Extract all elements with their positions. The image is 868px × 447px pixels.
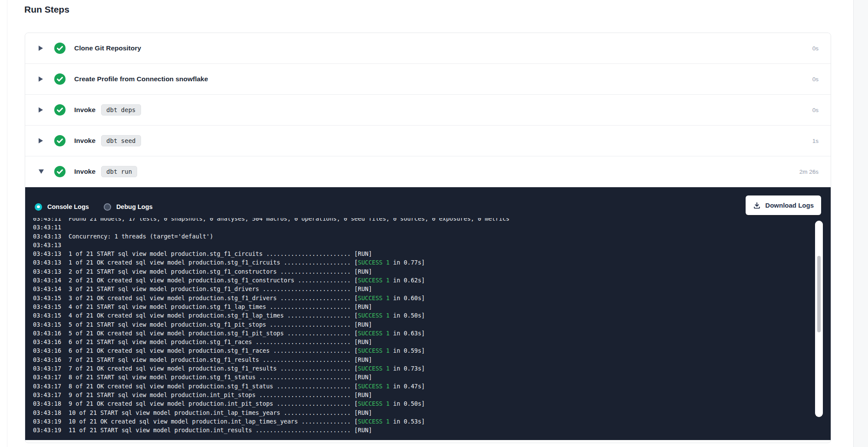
log-timestamp: 03:43:14 bbox=[33, 277, 61, 284]
log-line: 03:43:154 of 21 START sql view model pro… bbox=[33, 302, 812, 311]
step-row-create-profile[interactable]: Create Profile from Connection snowflake… bbox=[25, 64, 831, 95]
log-timestamp: 03:43:17 bbox=[33, 391, 61, 398]
log-timestamp: 03:43:17 bbox=[33, 374, 61, 381]
expand-caret-icon[interactable] bbox=[39, 138, 45, 143]
log-line: 03:43:155 of 21 START sql view model pro… bbox=[33, 320, 812, 329]
log-message: 6 of 21 OK created sql view model produc… bbox=[69, 347, 425, 354]
log-timestamp: 03:43:15 bbox=[33, 303, 61, 310]
log-line: 03:43:131 of 21 START sql view model pro… bbox=[33, 249, 812, 258]
step-duration: 1s bbox=[812, 138, 819, 144]
success-check-icon bbox=[54, 73, 66, 85]
console-logs-label: Console Logs bbox=[47, 203, 89, 210]
log-message: 10 of 21 START sql view model production… bbox=[69, 409, 372, 416]
log-message: 7 of 21 START sql view model production.… bbox=[69, 356, 372, 363]
log-timestamp: 03:43:11 bbox=[33, 224, 61, 231]
step-row-invoke-dbt-seed[interactable]: Invoke dbt seed 1s bbox=[25, 126, 831, 156]
console-log-viewport[interactable]: 03:43:11Found 21 models, 17 tests, 0 sna… bbox=[33, 218, 812, 439]
step-row-clone-git-repository[interactable]: Clone Git Repository 0s bbox=[25, 33, 831, 64]
console-panel: Console Logs Debug Logs Download Logs 03… bbox=[25, 187, 831, 440]
log-timestamp: 03:43:15 bbox=[33, 321, 61, 328]
log-timestamp: 03:43:11 bbox=[33, 218, 61, 222]
download-logs-label: Download Logs bbox=[765, 202, 814, 209]
step-row-invoke-dbt-run[interactable]: Invoke dbt run 2m 26s bbox=[25, 156, 831, 187]
log-line: 03:43:189 of 21 OK created sql view mode… bbox=[33, 399, 812, 408]
debug-logs-label: Debug Logs bbox=[116, 203, 153, 210]
log-timestamp: 03:43:17 bbox=[33, 383, 61, 390]
log-line: 03:43:1911 of 21 START sql view model pr… bbox=[33, 426, 812, 434]
log-message: 3 of 21 OK created sql view model produc… bbox=[69, 295, 425, 301]
log-line: 03:43:13 bbox=[33, 241, 812, 249]
log-line: 03:43:166 of 21 OK created sql view mode… bbox=[33, 346, 812, 355]
log-line: 03:43:177 of 21 OK created sql view mode… bbox=[33, 364, 812, 373]
log-line: 03:43:165 of 21 OK created sql view mode… bbox=[33, 329, 812, 338]
log-timestamp: 03:43:16 bbox=[33, 347, 61, 354]
console-logs-radio[interactable]: Console Logs bbox=[35, 203, 89, 211]
log-message: 6 of 21 START sql view model production.… bbox=[69, 338, 372, 345]
step-title: Invoke bbox=[74, 168, 95, 175]
run-steps-card: Clone Git Repository 0s Create Profile f… bbox=[25, 33, 831, 443]
log-timestamp: 03:43:18 bbox=[33, 400, 61, 407]
log-line: 03:43:166 of 21 START sql view model pro… bbox=[33, 338, 812, 346]
radio-unselected-icon[interactable] bbox=[104, 203, 111, 211]
console-log-lines: 03:43:11Found 21 models, 17 tests, 0 sna… bbox=[33, 218, 812, 434]
log-timestamp: 03:43:16 bbox=[33, 338, 61, 345]
log-line: 03:43:1910 of 21 OK created sql view mod… bbox=[33, 417, 812, 426]
success-check-icon bbox=[54, 43, 66, 54]
step-title: Invoke bbox=[74, 137, 95, 145]
log-line: 03:43:131 of 21 OK created sql view mode… bbox=[33, 258, 812, 267]
step-duration: 0s bbox=[812, 45, 819, 52]
log-timestamp: 03:43:16 bbox=[33, 330, 61, 337]
log-line: 03:43:13Concurrency: 1 threads (target='… bbox=[33, 232, 812, 241]
log-timestamp: 03:43:15 bbox=[33, 312, 61, 319]
log-line: 03:43:154 of 21 OK created sql view mode… bbox=[33, 311, 812, 320]
log-timestamp: 03:43:19 bbox=[33, 427, 61, 434]
log-message: 1 of 21 OK created sql view model produc… bbox=[69, 259, 425, 266]
log-message: 3 of 21 START sql view model production.… bbox=[69, 285, 372, 292]
log-timestamp: 03:43:17 bbox=[33, 365, 61, 372]
log-timestamp: 03:43:19 bbox=[33, 418, 61, 425]
expand-caret-icon[interactable] bbox=[39, 76, 45, 82]
log-timestamp: 03:43:15 bbox=[33, 295, 61, 301]
success-check-icon bbox=[54, 166, 66, 177]
log-message: 2 of 21 START sql view model production.… bbox=[69, 268, 372, 275]
log-message: 9 of 21 OK created sql view model produc… bbox=[69, 400, 425, 407]
step-title: Clone Git Repository bbox=[74, 44, 141, 52]
log-line: 03:43:178 of 21 OK created sql view mode… bbox=[33, 382, 812, 391]
log-message: 7 of 21 OK created sql view model produc… bbox=[69, 365, 425, 372]
download-icon bbox=[753, 202, 761, 209]
download-logs-button[interactable]: Download Logs bbox=[746, 195, 821, 215]
log-message: 2 of 21 OK created sql view model produc… bbox=[69, 277, 425, 284]
right-panel-strip bbox=[853, 0, 868, 447]
console-scrollbar-thumb[interactable] bbox=[817, 256, 821, 332]
log-timestamp: 03:43:18 bbox=[33, 409, 61, 416]
left-panel-divider bbox=[7, 0, 7, 447]
log-line: 03:43:1810 of 21 START sql view model pr… bbox=[33, 408, 812, 417]
command-badge: dbt run bbox=[101, 166, 137, 177]
log-timestamp: 03:43:13 bbox=[33, 233, 61, 240]
log-message: Found 21 models, 17 tests, 0 snapshots, … bbox=[69, 218, 510, 222]
log-timestamp: 03:43:14 bbox=[33, 285, 61, 292]
expand-caret-icon[interactable] bbox=[39, 107, 45, 113]
radio-selected-icon[interactable] bbox=[35, 203, 42, 211]
log-message: 4 of 21 START sql view model production.… bbox=[69, 303, 372, 310]
debug-logs-radio[interactable]: Debug Logs bbox=[104, 203, 153, 211]
log-timestamp: 03:43:13 bbox=[33, 268, 61, 275]
step-duration: 2m 26s bbox=[799, 169, 819, 175]
log-message: 1 of 21 START sql view model production.… bbox=[69, 250, 372, 257]
log-line: 03:43:167 of 21 START sql view model pro… bbox=[33, 355, 812, 364]
log-line: 03:43:11 bbox=[33, 223, 812, 232]
log-line: 03:43:143 of 21 START sql view model pro… bbox=[33, 285, 812, 293]
log-line: 03:43:11Found 21 models, 17 tests, 0 sna… bbox=[33, 218, 812, 223]
command-badge: dbt deps bbox=[101, 104, 141, 116]
expand-caret-icon[interactable] bbox=[39, 46, 45, 51]
step-row-invoke-dbt-deps[interactable]: Invoke dbt deps 0s bbox=[25, 95, 831, 126]
success-check-icon bbox=[54, 135, 66, 146]
log-message: 10 of 21 OK created sql view model produ… bbox=[69, 418, 425, 425]
collapse-caret-icon[interactable] bbox=[39, 169, 45, 174]
log-line: 03:43:153 of 21 OK created sql view mode… bbox=[33, 294, 812, 302]
log-timestamp: 03:43:13 bbox=[33, 242, 61, 248]
log-timestamp: 03:43:13 bbox=[33, 259, 61, 266]
log-timestamp: 03:43:13 bbox=[33, 250, 61, 257]
log-message: 5 of 21 START sql view model production.… bbox=[69, 321, 372, 328]
log-timestamp: 03:43:16 bbox=[33, 356, 61, 363]
